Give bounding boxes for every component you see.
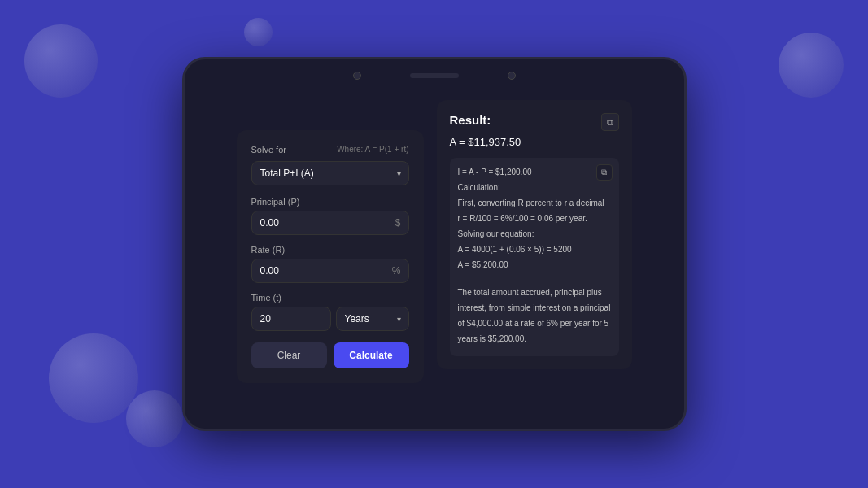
- detail-line-8: A = $5,200.00: [458, 259, 611, 271]
- rate-field-group: Rate (R) %: [251, 245, 409, 283]
- clear-button[interactable]: Clear: [251, 342, 327, 368]
- bg-orb-5: [126, 390, 183, 447]
- rate-input-wrapper: %: [251, 259, 409, 283]
- time-input[interactable]: [251, 307, 331, 331]
- rate-label: Rate (R): [251, 245, 409, 255]
- button-row: Clear Calculate: [251, 342, 409, 368]
- tablet-content: Solve for Where: A = P(1 + rt) Total P+I…: [185, 92, 684, 429]
- detail-line-6: Solving our equation:: [458, 228, 611, 240]
- time-unit-select[interactable]: Years Months Days: [336, 307, 409, 331]
- result-title: Result:: [450, 113, 491, 127]
- solve-for-select-wrapper[interactable]: Total P+I (A) Principal (P) Rate (R) Tim…: [251, 161, 409, 185]
- time-unit-select-wrapper[interactable]: Years Months Days ▾: [336, 307, 409, 331]
- tablet-top-bar: [185, 59, 684, 92]
- time-label: Time (t): [251, 293, 409, 303]
- principal-suffix: $: [395, 217, 401, 229]
- copy-detail-button[interactable]: ⧉: [596, 164, 613, 181]
- principal-input[interactable]: [251, 211, 409, 235]
- tablet-camera: [353, 72, 361, 80]
- tablet-mic: [508, 72, 516, 80]
- detail-line-4: r = R/100 = 6%/100 = 0.06 per year.: [458, 212, 611, 224]
- principal-input-wrapper: $: [251, 211, 409, 235]
- bg-orb-4: [49, 333, 138, 423]
- detail-line-7: A = 4000(1 + (0.06 × 5)) = 5200: [458, 243, 611, 255]
- solve-for-header: Solve for Where: A = P(1 + rt): [251, 145, 409, 155]
- principal-field-group: Principal (P) $: [251, 197, 409, 235]
- result-panel: Result: ⧉ A = $11,937.50 ⧉ I = A - P = $…: [437, 100, 632, 369]
- calculate-button[interactable]: Calculate: [334, 342, 409, 368]
- detail-line-10: The total amount accrued, principal plus: [458, 286, 611, 298]
- formula-label: Where: A = P(1 + rt): [337, 145, 408, 154]
- detail-line-12: of $4,000.00 at a rate of 6% per year fo…: [458, 317, 611, 329]
- bg-orb-1: [24, 24, 98, 98]
- tablet-speaker: [410, 73, 459, 78]
- result-detail-text: I = A - P = $1,200.00 Calculation: First…: [458, 166, 611, 345]
- copy-result-button[interactable]: ⧉: [601, 113, 619, 131]
- rate-input[interactable]: [251, 259, 409, 283]
- rate-suffix: %: [392, 265, 401, 277]
- calculator-panel: Solve for Where: A = P(1 + rt) Total P+I…: [237, 130, 424, 383]
- tablet-device: Solve for Where: A = P(1 + rt) Total P+I…: [182, 57, 687, 431]
- time-field-group: Time (t) Years Months Days ▾: [251, 293, 409, 331]
- result-detail-card: ⧉ I = A - P = $1,200.00 Calculation: Fir…: [450, 158, 619, 356]
- bg-orb-2: [244, 18, 273, 46]
- solve-for-label: Solve for: [251, 145, 286, 155]
- result-header: Result: ⧉: [450, 113, 619, 131]
- bg-orb-3: [779, 33, 844, 98]
- detail-line-1: I = A - P = $1,200.00: [458, 166, 611, 178]
- result-value: A = $11,937.50: [450, 136, 619, 148]
- principal-label: Principal (P): [251, 197, 409, 207]
- detail-line-11: interest, from simple interest on a prin…: [458, 302, 611, 314]
- detail-line-13: years is $5,200.00.: [458, 333, 611, 345]
- detail-line-3: First, converting R percent to r a decim…: [458, 197, 611, 209]
- detail-line-2: Calculation:: [458, 181, 611, 194]
- time-row: Years Months Days ▾: [251, 307, 409, 331]
- solve-for-select[interactable]: Total P+I (A) Principal (P) Rate (R) Tim…: [251, 161, 409, 185]
- time-input-wrapper: [251, 307, 331, 331]
